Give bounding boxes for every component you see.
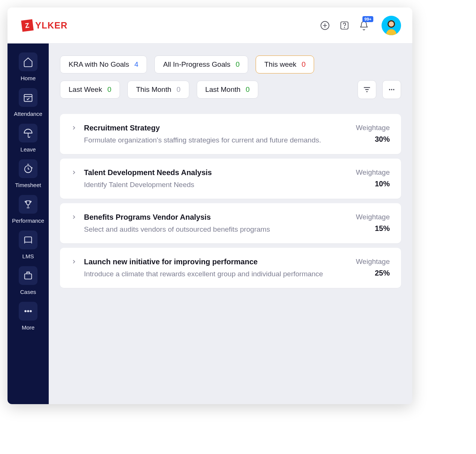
weightage-value: 10% (349, 180, 390, 188)
svg-point-21 (27, 310, 29, 312)
chip-count: 0 (177, 85, 181, 94)
bell-icon[interactable]: 99+ (358, 20, 370, 31)
trophy-icon (19, 195, 37, 214)
sidebar-item-performance[interactable]: Performance (12, 195, 44, 224)
chip-in-progress-goals[interactable]: All In-Progress Goals 0 (154, 55, 248, 73)
briefcase-icon (19, 266, 37, 285)
chevron-right-icon[interactable] (71, 125, 76, 132)
kra-card[interactable]: Talent Development Needs Analysis Identi… (60, 159, 401, 199)
kra-title: Benefits Programs Vendor Analysis (84, 213, 341, 222)
svg-point-20 (25, 310, 26, 312)
filter-chips: KRA with No Goals 4 All In-Progress Goal… (60, 55, 401, 99)
filter-chips-row2: Last Week 0 This Month 0 Last Month 0 (60, 80, 401, 99)
sidebar-item-label: More (22, 324, 34, 331)
kra-desc: Identify Talent Development Needs (84, 181, 341, 189)
svg-point-22 (30, 310, 31, 312)
sidebar-item-label: Leave (21, 146, 36, 153)
chip-label: All In-Progress Goals (163, 60, 231, 69)
chip-count: 0 (302, 60, 306, 69)
svg-point-28 (393, 89, 394, 90)
chevron-right-icon[interactable] (71, 259, 76, 266)
svg-point-4 (344, 27, 344, 27)
main-content: KRA with No Goals 4 All In-Progress Goal… (49, 43, 412, 404)
sidebar: Home Attendance Leave Timesheet Performa… (7, 43, 49, 404)
sidebar-item-label: Timesheet (15, 182, 41, 188)
sidebar-item-home[interactable]: Home (19, 52, 37, 81)
chip-label: KRA with No Goals (69, 60, 129, 69)
kra-weightage: Weightage 15% (349, 213, 390, 233)
chip-this-month[interactable]: This Month 0 (127, 81, 189, 99)
chip-count: 4 (135, 60, 139, 69)
svg-point-6 (389, 21, 394, 27)
body: Home Attendance Leave Timesheet Performa… (7, 43, 412, 404)
notification-badge: 99+ (362, 16, 373, 22)
chevron-right-icon[interactable] (71, 170, 76, 177)
more-icon (19, 302, 37, 321)
kra-card[interactable]: Recruitment Strategy Formulate organizat… (60, 114, 401, 154)
sidebar-item-label: Performance (12, 217, 44, 224)
kra-weightage: Weightage 25% (349, 258, 390, 277)
kra-list: Recruitment Strategy Formulate organizat… (60, 114, 401, 288)
add-icon[interactable] (319, 20, 331, 31)
weightage-label: Weightage (349, 124, 390, 132)
chip-count: 0 (246, 85, 250, 94)
avatar[interactable] (382, 16, 401, 35)
weightage-label: Weightage (349, 168, 390, 177)
kra-card[interactable]: Launch new initiative for improving perf… (60, 248, 401, 288)
help-icon[interactable] (339, 20, 350, 31)
chip-label: Last Week (69, 85, 102, 94)
chip-count: 0 (107, 85, 111, 94)
kra-title: Talent Development Needs Analysis (84, 168, 341, 177)
kra-card-body: Recruitment Strategy Formulate organizat… (84, 124, 341, 144)
weightage-label: Weightage (349, 213, 390, 221)
svg-rect-15 (25, 237, 32, 242)
sidebar-item-label: Attendance (14, 111, 42, 117)
chip-kra-no-goals[interactable]: KRA with No Goals 4 (60, 55, 147, 73)
chip-last-week[interactable]: Last Week 0 (60, 81, 120, 99)
svg-rect-7 (24, 94, 32, 102)
sidebar-item-attendance[interactable]: Attendance (14, 88, 42, 117)
brand-logo[interactable]: Z YLKER (22, 20, 67, 31)
kra-title: Recruitment Strategy (84, 124, 341, 132)
chip-label: This Month (136, 85, 171, 94)
app-window: Z YLKER 99+ (7, 7, 412, 404)
sidebar-item-label: Cases (20, 289, 36, 295)
kra-title: Launch new initiative for improving perf… (84, 258, 341, 266)
kra-desc: Introduce a climate that rewards excelle… (84, 270, 341, 278)
weightage-value: 30% (349, 135, 390, 144)
weightage-label: Weightage (349, 258, 390, 266)
chip-last-month[interactable]: Last Month 0 (197, 81, 259, 99)
umbrella-icon (19, 124, 37, 142)
sidebar-item-leave[interactable]: Leave (19, 124, 37, 153)
chip-label: Last Month (205, 85, 241, 94)
kra-desc: Select and audits vendors of outsourced … (84, 225, 341, 234)
kra-weightage: Weightage 30% (349, 124, 390, 144)
topbar-actions: 99+ (319, 16, 401, 35)
brand-text: YLKER (35, 20, 67, 31)
timer-icon (19, 159, 37, 178)
svg-point-27 (391, 89, 392, 90)
toolbar-buttons (358, 80, 401, 99)
home-icon (19, 52, 37, 71)
svg-point-26 (389, 89, 390, 90)
topbar: Z YLKER 99+ (7, 7, 412, 43)
sidebar-item-timesheet[interactable]: Timesheet (15, 159, 41, 188)
brand-mark: Z (21, 19, 33, 31)
kra-desc: Formulate organization's staffing strate… (84, 136, 341, 144)
weightage-value: 25% (349, 269, 390, 277)
kra-weightage: Weightage 10% (349, 168, 390, 188)
kra-card-body: Benefits Programs Vendor Analysis Select… (84, 213, 341, 234)
sidebar-item-more[interactable]: More (19, 302, 37, 331)
sidebar-item-lms[interactable]: LMS (19, 231, 37, 259)
sidebar-item-cases[interactable]: Cases (19, 266, 37, 295)
kra-card-body: Launch new initiative for improving perf… (84, 258, 341, 278)
more-options-icon[interactable] (382, 80, 401, 99)
chip-label: This week (264, 60, 296, 69)
chevron-right-icon[interactable] (71, 214, 76, 221)
kra-card[interactable]: Benefits Programs Vendor Analysis Select… (60, 203, 401, 243)
chip-this-week[interactable]: This week 0 (256, 55, 314, 73)
svg-rect-18 (25, 274, 32, 279)
weightage-value: 15% (349, 224, 390, 233)
filter-icon[interactable] (358, 80, 376, 99)
lms-icon (19, 231, 37, 249)
